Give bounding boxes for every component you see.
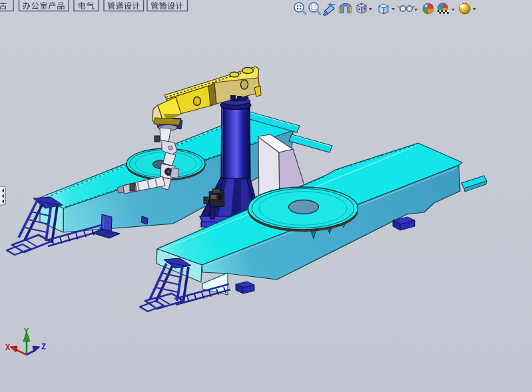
svg-text:X: X xyxy=(5,343,11,353)
svg-text:Z: Z xyxy=(41,343,46,352)
svg-text:Y: Y xyxy=(24,327,29,337)
